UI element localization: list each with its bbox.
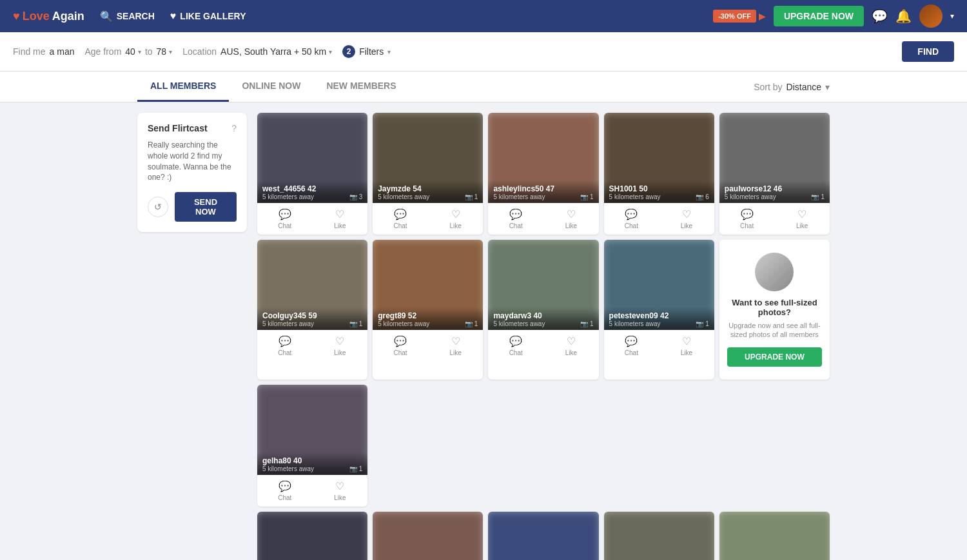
sort-label: Sort by <box>754 82 782 92</box>
photo-overlay: petesteven09 42 5 kilometers away 📷 1 <box>604 307 714 330</box>
member-card[interactable]: Jaymzde 54 5 kilometers away 📷 1 💬 Chat … <box>373 113 483 235</box>
filters-label: Filters <box>359 46 384 57</box>
age-to-select[interactable]: 78 ▾ <box>157 46 173 57</box>
member-card[interactable]: ashleylincs50 47 5 kilometers away 📷 1 💬… <box>488 113 598 235</box>
like-action[interactable]: ♡ Like <box>313 475 368 507</box>
member-card[interactable]: gelha80 40 5 kilometers away 📷 1 💬 Chat … <box>257 385 367 507</box>
sort-chevron-icon[interactable]: ▾ <box>825 82 830 92</box>
age-to-value: 78 <box>157 46 167 57</box>
like-action[interactable]: ♡ Like <box>313 203 368 235</box>
like-action[interactable]: ♡ Like <box>659 203 714 235</box>
photo-count: 📷 1 <box>349 320 363 327</box>
chat-action[interactable]: 💬 Chat <box>719 203 775 235</box>
location-select[interactable]: AUS, South Yarra + 50 km ▾ <box>220 46 332 57</box>
like-action[interactable]: ♡ Like <box>543 203 599 235</box>
chat-icon: 💬 <box>394 335 407 347</box>
main-content: Send Flirtcast ? Really searching the wh… <box>0 102 967 560</box>
member-card[interactable]: Darryl 51 10 kilometers away 📷 1 💬 Chat … <box>604 512 714 560</box>
tab-all-members[interactable]: ALL MEMBERS <box>137 72 229 102</box>
messages-icon[interactable]: 💬 <box>872 8 888 24</box>
chat-label: Chat <box>278 494 291 501</box>
chat-label: Chat <box>509 349 523 356</box>
chat-label: Chat <box>625 349 638 356</box>
find-me-field: Find me a man <box>13 46 75 57</box>
member-name-age: petesteven09 42 <box>609 311 669 320</box>
age-from-label: Age from <box>85 46 122 57</box>
tabs-row: ALL MEMBERS ONLINE NOW NEW MEMBERS Sort … <box>0 72 967 102</box>
filters-button[interactable]: 2 Filters ▾ <box>342 45 391 58</box>
chat-action[interactable]: 💬 Chat <box>488 330 543 362</box>
camera-icon: 📷 <box>696 320 703 327</box>
left-panel: Send Flirtcast ? Really searching the wh… <box>137 113 247 560</box>
logo-heart: ♥ <box>13 10 20 23</box>
chat-icon: 💬 <box>625 208 638 220</box>
age-from-select[interactable]: 40 ▾ <box>125 46 141 57</box>
member-card[interactable]: Lonelevi 61 10 kilometers away 📷 1 💬 Cha… <box>719 512 830 560</box>
member-card[interactable]: Bigboy 42 5 kilometers away 📷 1 💬 Chat ♡… <box>488 512 598 560</box>
sort-value[interactable]: Distance <box>786 82 821 92</box>
like-action[interactable]: ♡ Like <box>428 330 484 362</box>
member-distance: 5 kilometers away <box>725 193 782 200</box>
card-photo: Bigboy 42 5 kilometers away 📷 1 <box>488 512 598 560</box>
like-gallery-nav[interactable]: ♥ LIKE GALLERY <box>170 10 246 22</box>
chat-action[interactable]: 💬 Chat <box>257 203 313 235</box>
chat-action[interactable]: 💬 Chat <box>373 203 428 235</box>
card-actions: 💬 Chat ♡ Like <box>719 203 830 235</box>
like-label: Like <box>334 222 346 229</box>
member-card[interactable]: gregt89 52 5 kilometers away 📷 1 💬 Chat … <box>373 240 483 380</box>
logo[interactable]: ♥ LoveAgain <box>13 10 84 23</box>
find-me-value[interactable]: a man <box>50 46 75 57</box>
like-label: Like <box>449 222 461 229</box>
promo-title: Want to see full-sized photos? <box>727 298 822 317</box>
refresh-button[interactable]: ↺ <box>148 197 168 217</box>
member-card[interactable]: west_44656 42 5 kilometers away 📷 3 💬 Ch… <box>257 113 367 235</box>
promo-upgrade-button[interactable]: UPGRADE NOW <box>727 347 822 367</box>
like-action[interactable]: ♡ Like <box>543 330 599 362</box>
chat-action[interactable]: 💬 Chat <box>373 330 428 362</box>
member-name-age: maydarw3 40 <box>493 311 545 320</box>
member-card[interactable]: maydarw3 40 5 kilometers away 📷 1 💬 Chat… <box>488 240 598 380</box>
heart-icon: ♡ <box>335 480 344 492</box>
photo-blur <box>488 512 598 560</box>
member-distance: 5 kilometers away <box>493 320 545 327</box>
like-action[interactable]: ♡ Like <box>659 330 714 362</box>
member-card[interactable]: Coolguy345 59 5 kilometers away 📷 1 💬 Ch… <box>257 240 367 380</box>
member-name-age: west_44656 42 <box>262 184 316 193</box>
member-card[interactable]: petesteven09 42 5 kilometers away 📷 1 💬 … <box>604 240 714 380</box>
send-now-button[interactable]: SEND NOW <box>175 192 237 222</box>
photo-count: 📷 1 <box>465 320 478 327</box>
member-distance: 5 kilometers away <box>378 320 429 327</box>
photo-count: 📷 1 <box>349 465 363 472</box>
location-label: Location <box>182 46 217 57</box>
photo-blur <box>604 512 714 560</box>
avatar-chevron-icon[interactable]: ▾ <box>950 12 954 21</box>
tab-online-now[interactable]: ONLINE NOW <box>229 72 313 102</box>
chat-action[interactable]: 💬 Chat <box>257 475 313 507</box>
chat-action[interactable]: 💬 Chat <box>488 203 543 235</box>
like-action[interactable]: ♡ Like <box>313 330 368 362</box>
chat-action[interactable]: 💬 Chat <box>604 330 659 362</box>
tab-new-members[interactable]: NEW MEMBERS <box>313 72 409 102</box>
chat-action[interactable]: 💬 Chat <box>257 330 313 362</box>
search-nav[interactable]: 🔍 SEARCH <box>100 10 155 23</box>
find-button[interactable]: FIND <box>902 41 954 62</box>
flirtcast-text: Really searching the whole world 2 find … <box>148 140 237 183</box>
help-icon[interactable]: ? <box>231 123 237 133</box>
member-card[interactable]: SH1001 50 5 kilometers away 📷 6 💬 Chat ♡… <box>604 113 714 235</box>
heart-icon: ♡ <box>335 208 344 220</box>
avatar[interactable] <box>919 5 943 28</box>
member-card[interactable]: paulworse12 46 5 kilometers away 📷 1 💬 C… <box>719 113 830 235</box>
member-card[interactable]: nevro 45 5 kilometers away 📷 1 💬 Chat ♡ … <box>373 512 483 560</box>
promo-text: Upgrade now and see all full-sized photo… <box>727 321 822 340</box>
upgrade-button[interactable]: UPGRADE NOW <box>774 6 864 26</box>
chat-action[interactable]: 💬 Chat <box>604 203 659 235</box>
like-action[interactable]: ♡ Like <box>774 203 830 235</box>
like-label: Like <box>681 349 692 356</box>
heart-icon: ♡ <box>567 335 576 347</box>
member-card[interactable]: Richard5678 60 5 kilometers away 📷 1 💬 C… <box>257 512 367 560</box>
notifications-icon[interactable]: 🔔 <box>895 8 912 24</box>
chat-icon: 💬 <box>509 208 522 220</box>
like-label: Like <box>565 222 577 229</box>
like-action[interactable]: ♡ Like <box>428 203 484 235</box>
logo-again: Again <box>52 10 84 23</box>
